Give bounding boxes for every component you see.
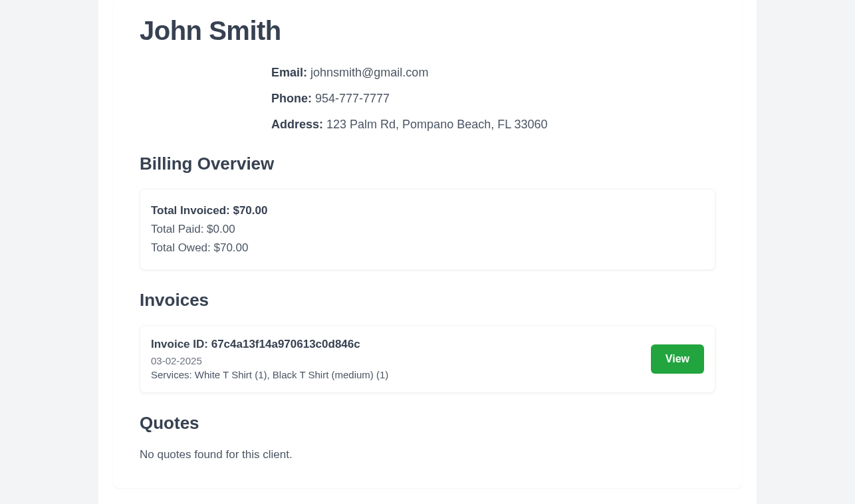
quotes-empty-message: No quotes found for this client. xyxy=(140,448,715,461)
invoice-id-label: Invoice ID: xyxy=(151,338,211,350)
invoice-details: Invoice ID: 67c4a13f14a970613c0d846c 03-… xyxy=(151,338,651,380)
invoice-date: 03-02-2025 xyxy=(151,355,651,366)
page-container: John Smith Email: johnsmith@gmail.com Ph… xyxy=(98,0,757,504)
invoice-services-value: White T Shirt (1), Black T Shirt (medium… xyxy=(195,369,388,380)
billing-overview-card: Total Invoiced: $70.00 Total Paid: $0.00… xyxy=(140,189,715,270)
total-owed-label: Total Owed: xyxy=(151,241,214,254)
invoice-services-row: Services: White T Shirt (1), Black T Shi… xyxy=(151,369,651,380)
invoice-services-label: Services: xyxy=(151,369,195,380)
email-label: Email: xyxy=(271,66,307,79)
total-owed-value: $70.00 xyxy=(214,241,249,254)
phone-label: Phone: xyxy=(271,92,312,105)
email-value: johnsmith@gmail.com xyxy=(310,66,428,79)
total-paid-label: Total Paid: xyxy=(151,223,207,235)
contact-info: Email: johnsmith@gmail.com Phone: 954-77… xyxy=(271,64,715,134)
phone-value: 954-777-7777 xyxy=(315,92,390,105)
billing-overview-heading: Billing Overview xyxy=(140,154,715,174)
total-invoiced-row: Total Invoiced: $70.00 xyxy=(151,201,704,220)
total-paid-row: Total Paid: $0.00 xyxy=(151,220,704,239)
total-invoiced-value: $70.00 xyxy=(233,204,267,217)
invoice-id-value: 67c4a13f14a970613c0d846c xyxy=(211,338,360,350)
quotes-heading: Quotes xyxy=(140,413,715,434)
view-invoice-button[interactable]: View xyxy=(651,344,704,374)
client-name: John Smith xyxy=(140,16,715,46)
total-owed-row: Total Owed: $70.00 xyxy=(151,239,704,257)
contact-phone-row: Phone: 954-777-7777 xyxy=(271,90,715,107)
client-detail-card: John Smith Email: johnsmith@gmail.com Ph… xyxy=(113,0,742,488)
invoices-heading: Invoices xyxy=(140,290,715,311)
invoice-id-row: Invoice ID: 67c4a13f14a970613c0d846c xyxy=(151,338,651,351)
contact-email-row: Email: johnsmith@gmail.com xyxy=(271,64,715,81)
address-value: 123 Palm Rd, Pompano Beach, FL 33060 xyxy=(326,118,548,131)
invoice-card: Invoice ID: 67c4a13f14a970613c0d846c 03-… xyxy=(140,325,715,393)
total-invoiced-label: Total Invoiced: xyxy=(151,204,233,217)
total-paid-value: $0.00 xyxy=(207,223,235,235)
contact-address-row: Address: 123 Palm Rd, Pompano Beach, FL … xyxy=(271,116,715,133)
address-label: Address: xyxy=(271,118,323,131)
